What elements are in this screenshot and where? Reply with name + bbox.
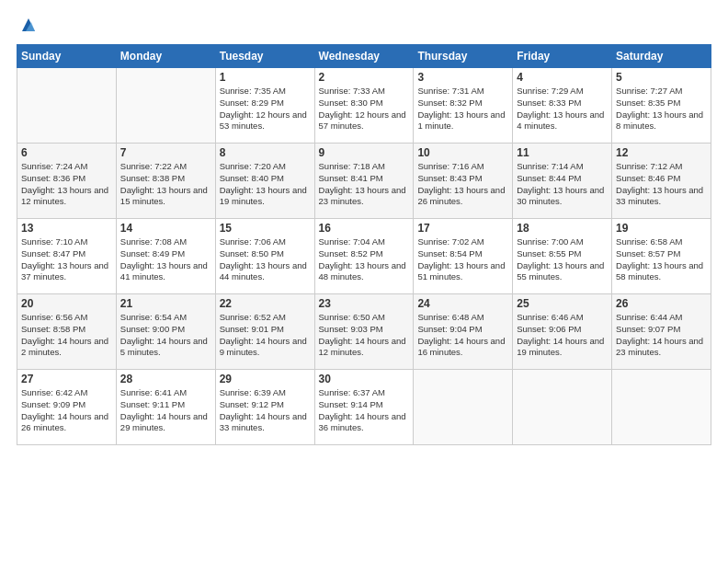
week-row-3: 13Sunrise: 7:10 AM Sunset: 8:47 PM Dayli… [17, 219, 711, 294]
col-header-sunday: Sunday [17, 45, 117, 68]
calendar-cell: 19Sunrise: 6:58 AM Sunset: 8:57 PM Dayli… [612, 219, 711, 294]
col-header-wednesday: Wednesday [314, 45, 414, 68]
day-number: 15 [220, 222, 311, 235]
day-number: 13 [21, 222, 112, 235]
logo-icon [18, 15, 39, 35]
calendar-cell: 20Sunrise: 6:56 AM Sunset: 8:58 PM Dayli… [17, 294, 117, 370]
calendar-cell: 7Sunrise: 7:22 AM Sunset: 8:38 PM Daylig… [116, 144, 215, 219]
day-info: Sunrise: 7:00 AM Sunset: 8:55 PM Dayligh… [517, 236, 608, 283]
calendar-cell: 26Sunrise: 6:44 AM Sunset: 9:07 PM Dayli… [612, 294, 711, 370]
calendar-cell: 21Sunrise: 6:54 AM Sunset: 9:00 PM Dayli… [116, 294, 215, 370]
day-number: 6 [21, 146, 112, 159]
day-number: 26 [616, 297, 707, 310]
day-info: Sunrise: 6:42 AM Sunset: 9:09 PM Dayligh… [21, 387, 112, 434]
calendar-cell: 4Sunrise: 7:29 AM Sunset: 8:33 PM Daylig… [513, 68, 612, 144]
day-info: Sunrise: 7:33 AM Sunset: 8:30 PM Dayligh… [319, 86, 410, 132]
calendar-cell: 5Sunrise: 7:27 AM Sunset: 8:35 PM Daylig… [612, 68, 711, 144]
day-info: Sunrise: 7:06 AM Sunset: 8:50 PM Dayligh… [220, 236, 311, 283]
calendar-cell: 13Sunrise: 7:10 AM Sunset: 8:47 PM Dayli… [17, 219, 117, 294]
col-header-monday: Monday [116, 45, 215, 68]
calendar-cell: 25Sunrise: 6:46 AM Sunset: 9:06 PM Dayli… [513, 294, 612, 370]
page: SundayMondayTuesdayWednesdayThursdayFrid… [0, 0, 728, 563]
day-number: 28 [120, 373, 211, 385]
header [17, 15, 711, 35]
calendar-cell: 15Sunrise: 7:06 AM Sunset: 8:50 PM Dayli… [215, 219, 314, 294]
day-number: 29 [220, 373, 311, 385]
calendar-cell [17, 68, 117, 144]
day-info: Sunrise: 7:27 AM Sunset: 8:35 PM Dayligh… [616, 86, 707, 132]
day-number: 19 [616, 222, 707, 235]
col-header-thursday: Thursday [414, 45, 513, 68]
day-info: Sunrise: 6:39 AM Sunset: 9:12 PM Dayligh… [220, 387, 311, 434]
day-info: Sunrise: 6:50 AM Sunset: 9:03 PM Dayligh… [319, 312, 410, 359]
calendar-cell: 28Sunrise: 6:41 AM Sunset: 9:11 PM Dayli… [116, 370, 215, 445]
day-number: 14 [120, 222, 211, 235]
calendar-table: SundayMondayTuesdayWednesdayThursdayFrid… [17, 44, 711, 445]
day-info: Sunrise: 6:58 AM Sunset: 8:57 PM Dayligh… [616, 236, 707, 283]
calendar-cell: 10Sunrise: 7:16 AM Sunset: 8:43 PM Dayli… [414, 144, 513, 219]
day-info: Sunrise: 7:35 AM Sunset: 8:29 PM Dayligh… [220, 86, 311, 132]
day-info: Sunrise: 7:31 AM Sunset: 8:32 PM Dayligh… [417, 86, 508, 132]
day-number: 12 [616, 146, 707, 159]
calendar-cell: 27Sunrise: 6:42 AM Sunset: 9:09 PM Dayli… [17, 370, 117, 445]
calendar-cell: 23Sunrise: 6:50 AM Sunset: 9:03 PM Dayli… [314, 294, 414, 370]
day-info: Sunrise: 6:56 AM Sunset: 8:58 PM Dayligh… [21, 312, 112, 359]
day-info: Sunrise: 7:22 AM Sunset: 8:38 PM Dayligh… [120, 161, 211, 208]
day-number: 9 [319, 146, 410, 159]
day-info: Sunrise: 7:08 AM Sunset: 8:49 PM Dayligh… [120, 236, 211, 283]
day-number: 3 [417, 71, 508, 84]
day-number: 20 [21, 297, 112, 310]
calendar-cell: 14Sunrise: 7:08 AM Sunset: 8:49 PM Dayli… [116, 219, 215, 294]
day-info: Sunrise: 6:41 AM Sunset: 9:11 PM Dayligh… [120, 387, 211, 434]
day-number: 5 [616, 71, 707, 84]
day-number: 1 [220, 71, 311, 84]
week-row-2: 6Sunrise: 7:24 AM Sunset: 8:36 PM Daylig… [17, 144, 711, 219]
day-number: 2 [319, 71, 410, 84]
day-number: 4 [517, 71, 608, 84]
day-number: 17 [417, 222, 508, 235]
calendar-cell [513, 370, 612, 445]
day-info: Sunrise: 7:04 AM Sunset: 8:52 PM Dayligh… [319, 236, 410, 283]
day-info: Sunrise: 6:52 AM Sunset: 9:01 PM Dayligh… [220, 312, 311, 359]
week-row-5: 27Sunrise: 6:42 AM Sunset: 9:09 PM Dayli… [17, 370, 711, 445]
col-header-saturday: Saturday [612, 45, 711, 68]
day-info: Sunrise: 6:48 AM Sunset: 9:04 PM Dayligh… [417, 312, 508, 359]
day-info: Sunrise: 7:24 AM Sunset: 8:36 PM Dayligh… [21, 161, 112, 208]
calendar-cell: 11Sunrise: 7:14 AM Sunset: 8:44 PM Dayli… [513, 144, 612, 219]
day-info: Sunrise: 6:54 AM Sunset: 9:00 PM Dayligh… [120, 312, 211, 359]
calendar-cell: 8Sunrise: 7:20 AM Sunset: 8:40 PM Daylig… [215, 144, 314, 219]
day-number: 23 [319, 297, 410, 310]
day-info: Sunrise: 7:14 AM Sunset: 8:44 PM Dayligh… [517, 161, 608, 208]
day-number: 18 [517, 222, 608, 235]
day-info: Sunrise: 7:10 AM Sunset: 8:47 PM Dayligh… [21, 236, 112, 283]
day-number: 21 [120, 297, 211, 310]
day-info: Sunrise: 6:37 AM Sunset: 9:14 PM Dayligh… [319, 387, 410, 434]
day-number: 24 [417, 297, 508, 310]
week-row-4: 20Sunrise: 6:56 AM Sunset: 8:58 PM Dayli… [17, 294, 711, 370]
day-number: 22 [220, 297, 311, 310]
calendar-cell: 1Sunrise: 7:35 AM Sunset: 8:29 PM Daylig… [215, 68, 314, 144]
day-number: 30 [319, 373, 410, 385]
calendar-cell: 12Sunrise: 7:12 AM Sunset: 8:46 PM Dayli… [612, 144, 711, 219]
calendar-cell: 16Sunrise: 7:04 AM Sunset: 8:52 PM Dayli… [314, 219, 414, 294]
calendar-cell: 9Sunrise: 7:18 AM Sunset: 8:41 PM Daylig… [314, 144, 414, 219]
calendar-cell: 17Sunrise: 7:02 AM Sunset: 8:54 PM Dayli… [414, 219, 513, 294]
day-info: Sunrise: 7:12 AM Sunset: 8:46 PM Dayligh… [616, 161, 707, 208]
day-info: Sunrise: 7:02 AM Sunset: 8:54 PM Dayligh… [417, 236, 508, 283]
calendar-cell: 3Sunrise: 7:31 AM Sunset: 8:32 PM Daylig… [414, 68, 513, 144]
header-row: SundayMondayTuesdayWednesdayThursdayFrid… [17, 45, 711, 68]
calendar-cell: 30Sunrise: 6:37 AM Sunset: 9:14 PM Dayli… [314, 370, 414, 445]
logo [17, 15, 39, 35]
day-number: 25 [517, 297, 608, 310]
day-number: 27 [21, 373, 112, 385]
day-info: Sunrise: 7:18 AM Sunset: 8:41 PM Dayligh… [319, 161, 410, 208]
day-info: Sunrise: 6:44 AM Sunset: 9:07 PM Dayligh… [616, 312, 707, 359]
day-info: Sunrise: 7:29 AM Sunset: 8:33 PM Dayligh… [517, 86, 608, 132]
calendar-cell: 6Sunrise: 7:24 AM Sunset: 8:36 PM Daylig… [17, 144, 117, 219]
col-header-friday: Friday [513, 45, 612, 68]
day-info: Sunrise: 7:20 AM Sunset: 8:40 PM Dayligh… [220, 161, 311, 208]
calendar-cell [612, 370, 711, 445]
day-info: Sunrise: 6:46 AM Sunset: 9:06 PM Dayligh… [517, 312, 608, 359]
col-header-tuesday: Tuesday [215, 45, 314, 68]
calendar-cell: 29Sunrise: 6:39 AM Sunset: 9:12 PM Dayli… [215, 370, 314, 445]
